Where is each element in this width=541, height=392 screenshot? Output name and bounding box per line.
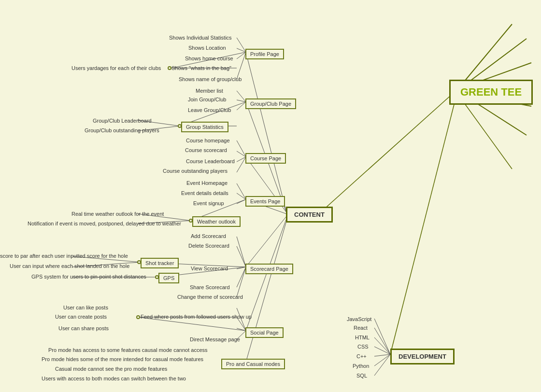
development-label: DEVELOPMENT [399, 353, 446, 360]
svg-line-15 [237, 38, 246, 52]
svg-line-28 [237, 140, 246, 157]
shows-individual-stats: Shows Individual Statistics [169, 35, 232, 41]
svg-line-57 [374, 319, 390, 354]
dev-html: HTML [355, 335, 370, 340]
svg-line-42 [237, 267, 246, 287]
svg-line-41 [237, 267, 246, 269]
course-page-box: Course Page [245, 153, 286, 164]
event-details: Event details details [181, 190, 228, 196]
pro-casual-label: Pro and Casual modes [226, 361, 280, 367]
event-signup: Event signup [193, 200, 224, 206]
svg-line-32 [237, 183, 246, 199]
svg-line-34 [237, 199, 246, 204]
content-box: CONTENT [286, 207, 333, 223]
svg-line-14 [246, 221, 286, 362]
svg-line-22 [237, 100, 246, 102]
svg-line-3 [469, 39, 527, 82]
svg-line-40 [237, 246, 246, 267]
add-scorecard: Add Scorecard [191, 233, 226, 239]
svg-line-63 [374, 354, 390, 376]
svg-line-16 [237, 48, 246, 52]
group-stats-label: Group Statistics [186, 124, 224, 130]
whats-in-bag-dot [168, 66, 171, 70]
svg-line-31 [237, 157, 246, 172]
svg-line-7 [461, 99, 512, 169]
svg-line-33 [237, 193, 246, 199]
user-create-posts: User can create posts [55, 314, 107, 320]
pro-access: Pro mode has access to some features cau… [48, 347, 208, 353]
pro-hides: Pro mode hides some of the more intended… [42, 356, 203, 362]
social-page-label: Social Page [250, 330, 279, 336]
event-homepage: Event Homepage [186, 180, 228, 186]
join-group: Join Group/Club [188, 97, 227, 102]
events-page-box: Events Page [245, 196, 285, 207]
gps-label: GPS [163, 275, 174, 281]
profile-page-label: Profile Page [250, 51, 279, 57]
svg-line-60 [374, 347, 390, 354]
casual-cannot: Casual mode cannot see the pro mode feat… [55, 366, 167, 372]
dm-label: Direct Message page [190, 336, 240, 342]
svg-line-13 [246, 219, 286, 331]
gps-system: GPS system for users to pin-point shot d… [31, 274, 146, 280]
green-tee-box: GREEN TEE [449, 80, 533, 105]
group-club-page-label: Group/Club Page [250, 101, 291, 107]
gps-box: GPS [158, 273, 179, 283]
content-label: CONTENT [294, 211, 325, 218]
events-page-label: Events Page [250, 198, 280, 204]
svg-line-61 [374, 354, 390, 356]
score-to-par: score to par after each user inputted sc… [0, 253, 128, 259]
group-leaderboard: Group/Club Leaderboard [93, 118, 152, 124]
svg-line-0 [319, 90, 456, 214]
group-stats-box: Group Statistics [181, 122, 228, 132]
svg-line-30 [237, 157, 246, 162]
view-scorecard: View Scorecard [191, 266, 228, 271]
svg-line-39 [237, 237, 246, 267]
weather-notification: Notification if event is moved, postpone… [28, 221, 181, 226]
dev-javascript: JavaScript [347, 316, 371, 322]
dev-cpp: C++ [356, 353, 367, 359]
svg-line-20 [237, 52, 246, 79]
weather-label: Weather outlook [197, 219, 236, 224]
user-like-posts: User can like posts [63, 305, 108, 310]
shot-tracker-box: Shot tracker [141, 258, 179, 268]
course-scorecard: Course scorecard [185, 147, 227, 153]
feed-label: Feed where posts from followed users sho… [141, 314, 252, 320]
scorecard-page-box: Scorecard Page [245, 264, 293, 274]
shows-group-name: Shows name of group/club [179, 76, 242, 82]
svg-line-53 [237, 328, 246, 331]
social-page-box: Social Page [245, 327, 284, 338]
dev-css: CSS [357, 344, 369, 350]
svg-line-2 [464, 24, 512, 82]
svg-line-43 [237, 267, 246, 297]
svg-line-23 [237, 102, 246, 110]
svg-line-62 [374, 354, 390, 366]
course-outstanding: Course outstanding players [163, 168, 228, 174]
change-theme: Change theme of scorecard [177, 294, 243, 300]
svg-line-17 [237, 52, 246, 59]
realtime-weather: Real time weather outlook for the event [71, 211, 164, 217]
leave-group: Leave Group/Club [188, 107, 231, 113]
share-scorecard: Share Scorecard [190, 284, 230, 290]
group-club-page-box: Group/Club Page [245, 98, 296, 109]
course-leaderboard: Course Leaderboard [186, 158, 235, 164]
delete-scorecard: Delete Scorecard [188, 243, 229, 249]
green-tee-label: GREEN TEE [460, 86, 522, 98]
group-outstanding: Group/Club outstanding players [85, 127, 159, 133]
shot-tracker-label: Shot tracker [145, 260, 174, 266]
shows-whats-in-bag: Shows "whats in the bag" [171, 65, 231, 71]
weather-box: Weather outlook [192, 216, 241, 227]
svg-line-59 [374, 337, 390, 354]
dev-react: React [354, 325, 368, 331]
svg-line-12 [246, 216, 286, 267]
pro-casual-box: Pro and Casual modes [221, 359, 285, 369]
dev-python: Python [353, 363, 369, 369]
course-homepage: Course homepage [186, 138, 230, 143]
svg-line-8 [246, 52, 286, 212]
development-box: DEVELOPMENT [390, 349, 455, 364]
shows-home-course: Shows home course [185, 56, 233, 61]
both-modes: Users with access to both modes can swit… [42, 376, 186, 381]
scorecard-page-label: Scorecard Page [250, 266, 288, 272]
svg-line-21 [237, 91, 246, 102]
svg-line-1 [390, 95, 456, 354]
user-share-posts: User can share posts [58, 325, 109, 331]
